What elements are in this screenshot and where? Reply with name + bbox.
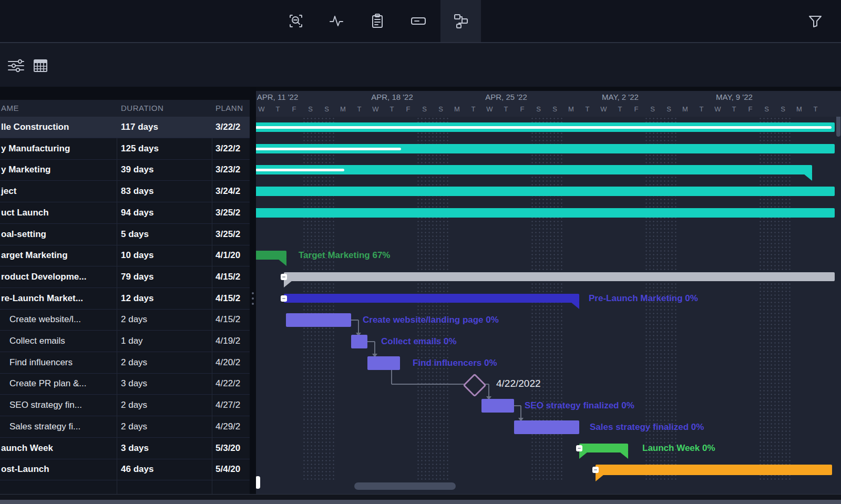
- tab-gantt-view[interactable]: [440, 0, 481, 42]
- week-label: MAY, 9 '22: [716, 92, 753, 101]
- day-letter: F: [748, 105, 753, 113]
- day-letter: T: [357, 105, 362, 113]
- grid-view-button[interactable]: [32, 57, 49, 77]
- week-label: APR, 25 '22: [485, 92, 527, 101]
- create-website-label: Create website/landing page 0%: [363, 314, 499, 326]
- task-duration: 79 days: [121, 272, 153, 282]
- task-name: arget Marketing: [1, 250, 68, 261]
- day-letter: M: [796, 105, 802, 113]
- table-row[interactable]: Find influencers2 days4/20/2: [0, 352, 250, 374]
- filter-button[interactable]: [795, 0, 835, 42]
- day-letter: S: [764, 105, 769, 113]
- pre-launch-marketing-label: Pre-Launch Marketing 0%: [589, 293, 698, 304]
- day-letter: M: [568, 105, 574, 113]
- task-name: ject: [1, 186, 16, 197]
- task-name: uct Launch: [1, 208, 49, 218]
- gantt-canvas: Target Marketing 67%Pre-Launch Marketing…: [256, 87, 841, 494]
- task-duration: 3 days: [121, 443, 149, 454]
- day-letter: W: [258, 105, 264, 113]
- table-row[interactable]: uct Launch94 days3/25/2: [0, 202, 250, 224]
- find-influencers-bar[interactable]: [367, 356, 400, 370]
- table-row[interactable]: ost-Launch46 days5/4/20: [0, 459, 250, 480]
- task-name: Collect emails: [9, 336, 65, 346]
- target-marketing-bar[interactable]: [256, 251, 286, 260]
- display-settings-button[interactable]: [6, 57, 25, 77]
- table-row[interactable]: SEO strategy fin...2 days4/27/2: [0, 395, 250, 416]
- dependency-connector: [367, 341, 375, 342]
- splitter-dot: [252, 303, 254, 305]
- task-start-date: 5/4/20: [216, 464, 240, 475]
- task-duration: 2 days: [121, 357, 147, 368]
- dependency-connector: [392, 384, 465, 385]
- day-letter: M: [340, 105, 346, 113]
- handle-grip: [594, 469, 597, 470]
- create-pr-plan-milestone[interactable]: [463, 373, 486, 397]
- bar-drag-handle[interactable]: [576, 445, 582, 451]
- task-name: aunch Week: [1, 443, 53, 454]
- task-duration: 12 days: [121, 293, 153, 304]
- task-name: Find influencers: [9, 357, 73, 368]
- seo-strategy-bar[interactable]: [481, 399, 514, 413]
- table-row[interactable]: Sales strategy fi...2 days4/29/2: [0, 416, 250, 438]
- product-development-bar[interactable]: [284, 272, 835, 281]
- table-row[interactable]: roduct Developme...79 days4/15/2: [0, 266, 250, 288]
- bar-drag-handle[interactable]: [281, 295, 287, 302]
- dependency-connector: [391, 370, 392, 384]
- task-table: AMEDURATIONPLANN lle Construction117 day…: [0, 100, 250, 494]
- task-start-date: 4/27/2: [216, 400, 240, 410]
- progress-line: [256, 169, 344, 171]
- sales-strategy-label: Sales strategy finalized 0%: [590, 421, 704, 433]
- view-options-toolbar: [0, 43, 841, 87]
- create-website-bar[interactable]: [286, 313, 351, 327]
- task-start-date: 4/20/2: [216, 357, 240, 368]
- table-row[interactable]: oal-setting5 days3/25/2: [0, 224, 250, 245]
- tab-bar-view[interactable]: [398, 0, 438, 42]
- bar-view-icon: [409, 12, 427, 30]
- day-letter: T: [471, 105, 476, 113]
- tasklist-icon: [368, 12, 386, 30]
- panel-splitter[interactable]: [250, 87, 256, 494]
- collect-emails-label: Collect emails 0%: [381, 336, 457, 347]
- post-launch-bar[interactable]: [596, 465, 832, 475]
- sales-strategy-bar[interactable]: [514, 420, 579, 434]
- table-row[interactable]: y Marketing39 days3/23/2: [0, 159, 250, 181]
- column-header-ame: AME: [1, 104, 19, 112]
- day-letter: W: [372, 105, 378, 113]
- bar-drag-handle[interactable]: [281, 274, 287, 280]
- day-letter: T: [700, 105, 704, 113]
- table-row[interactable]: re-Launch Market...12 days4/15/2: [0, 288, 250, 310]
- tab-activity[interactable]: [316, 0, 356, 42]
- zoom-select-icon: [287, 12, 305, 30]
- table-row[interactable]: ject83 days3/24/2: [0, 181, 250, 202]
- task-duration: 39 days: [121, 164, 153, 175]
- table-row[interactable]: lle Construction117 days3/22/2: [0, 117, 250, 138]
- table-row[interactable]: Collect emails1 day4/19/2: [0, 331, 250, 352]
- day-letter: T: [814, 105, 818, 113]
- sliders-icon: [6, 57, 25, 75]
- task-duration: 10 days: [121, 250, 153, 261]
- task-name: roduct Developme...: [1, 272, 86, 282]
- product-launch-bar[interactable]: [256, 208, 835, 218]
- table-row[interactable]: y Manufacturing125 days3/22/2: [0, 138, 250, 160]
- task-start-date: 3/25/2: [216, 229, 240, 240]
- table-row[interactable]: Create website/l...2 days4/15/2: [0, 309, 250, 331]
- horizontal-scrollbar-thumb[interactable]: [354, 482, 456, 490]
- clipped-bar-handle: [256, 476, 260, 489]
- task-name: Create website/l...: [9, 314, 81, 325]
- collect-emails-bar[interactable]: [351, 335, 367, 348]
- table-row[interactable]: Create PR plan &...3 days4/22/2: [0, 373, 250, 395]
- day-letter: M: [454, 105, 460, 113]
- task-duration: 5 days: [121, 229, 149, 240]
- task-start-date: 3/22/2: [216, 143, 240, 154]
- tab-tasklist[interactable]: [357, 0, 397, 42]
- table-row[interactable]: aunch Week3 days5/3/20: [0, 438, 250, 459]
- launch-week-bar[interactable]: [579, 444, 628, 452]
- project-bar[interactable]: [256, 187, 835, 196]
- day-letter: F: [292, 105, 296, 113]
- bar-drag-handle[interactable]: [592, 467, 599, 473]
- day-letter: S: [650, 105, 655, 113]
- tab-zoom-select[interactable]: [275, 0, 316, 42]
- launch-week-label: Launch Week 0%: [642, 443, 715, 454]
- table-row[interactable]: arget Marketing10 days4/1/20: [0, 245, 250, 266]
- pre-launch-marketing-bar[interactable]: [284, 294, 579, 303]
